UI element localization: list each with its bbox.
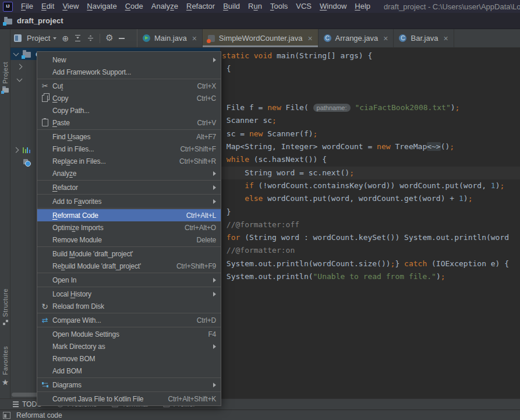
menu-item-paste[interactable]: PasteCtrl+V <box>37 117 221 129</box>
menu-item-refactor[interactable]: Refactor <box>37 181 221 193</box>
close-tab-icon[interactable]: × <box>306 36 312 41</box>
expand-all-icon[interactable] <box>74 34 82 42</box>
menu-item-copy[interactable]: CopyCtrl+C <box>37 92 221 104</box>
menu-item-label: Compare With... <box>52 316 101 324</box>
class-error-icon <box>208 35 215 42</box>
menu-window[interactable]: Window <box>316 0 351 13</box>
menu-item-open-module-settings[interactable]: Open Module SettingsF4 <box>37 328 221 340</box>
menu-item-remove-module[interactable]: Remove ModuleDelete <box>37 234 221 246</box>
menu-item-label: Add to Favorites <box>52 197 101 206</box>
menu-help[interactable]: Help <box>351 0 374 13</box>
tab-label: SimpleWordCounter.java <box>219 34 303 43</box>
menu-separator <box>37 377 221 378</box>
menu-item-optimize-imports[interactable]: Optimize ImportsCtrl+Alt+O <box>37 221 221 234</box>
menu-item-open-in[interactable]: Open In <box>37 274 221 286</box>
menu-item-diagrams[interactable]: Diagrams <box>37 379 221 391</box>
menu-item-remove-bom[interactable]: Remove BOM <box>37 352 221 365</box>
menu-item-rebuild-module-draft-project[interactable]: Rebuild Module 'draft_project'Ctrl+Shift… <box>37 260 221 272</box>
menu-item-build-module-draft-project[interactable]: Build Module 'draft_project' <box>37 248 221 260</box>
menu-item-reformat-code[interactable]: Reformat CodeCtrl+Alt+L <box>37 209 221 221</box>
menu-item-convert-java-file-to-kotlin-file[interactable]: Convert Java File to Kotlin FileCtrl+Alt… <box>37 393 221 405</box>
chevron-right-icon[interactable] <box>17 64 23 70</box>
hide-panel-icon[interactable] <box>119 38 125 39</box>
menu-item-local-history[interactable]: Local History <box>37 288 221 300</box>
menu-item-label: Reformat Code <box>52 211 98 220</box>
code-line: File f = new File( pathname: "ciaFactBoo… <box>222 101 520 114</box>
menu-item-shortcut: Ctrl+C <box>197 94 216 103</box>
menu-separator <box>37 287 221 287</box>
chevron-down-icon[interactable] <box>17 76 23 82</box>
submenu-arrow-icon <box>213 278 216 283</box>
menu-item-find-in-files[interactable]: Find in Files...Ctrl+Shift+F <box>37 143 221 155</box>
menu-item-shortcut: Alt+F7 <box>196 133 216 141</box>
menu-separator <box>37 194 221 195</box>
menu-item-new[interactable]: New <box>37 54 221 66</box>
collapse-all-icon[interactable] <box>87 34 94 42</box>
cut-icon: ✂ <box>42 82 48 90</box>
stripe-button-favorites[interactable]: Favorites★ <box>0 346 10 386</box>
toolbar-divider <box>100 34 100 43</box>
menu-refactor[interactable]: Refactor <box>182 0 219 13</box>
menu-tools[interactable]: Tools <box>266 0 292 13</box>
stripe-button-structure[interactable]: Structure <box>0 288 10 325</box>
project-panel-title[interactable]: Project <box>27 34 50 43</box>
tab-label: Arrange.java <box>335 34 378 43</box>
menu-item-label: Analyze <box>52 170 76 178</box>
menu-navigate[interactable]: Navigate <box>83 0 121 13</box>
menu-analyze[interactable]: Analyze <box>147 0 182 13</box>
menu-item-add-bom[interactable]: Add BOM <box>37 365 221 377</box>
close-tab-icon[interactable]: × <box>442 36 448 41</box>
close-tab-icon[interactable]: × <box>382 36 388 41</box>
stripe-button-project[interactable]: Project <box>0 62 10 93</box>
menu-code[interactable]: Code <box>121 0 147 13</box>
menu-separator <box>37 129 221 130</box>
menu-run[interactable]: Run <box>244 0 266 13</box>
code-line <box>222 89 520 101</box>
menu-item-label: Find in Files... <box>52 145 94 153</box>
toolbar-row: Project ⊕ ⚙ Main.java×SimpleWordCounter.… <box>10 29 520 48</box>
todo-list-icon <box>13 401 19 408</box>
menu-item-cut[interactable]: ✂CutCtrl+X <box>37 80 221 92</box>
code-line: else wordCount.put(word, wordCount.get(w… <box>222 192 520 205</box>
chevron-down-icon[interactable] <box>13 50 19 56</box>
chevron-right-icon[interactable] <box>13 147 19 153</box>
menu-item-label: New <box>52 56 66 64</box>
menu-item-analyze[interactable]: Analyze <box>37 167 221 179</box>
chevron-down-icon[interactable] <box>53 37 56 40</box>
code-line: //@formatter:on <box>222 244 520 257</box>
menu-view[interactable]: View <box>58 0 83 13</box>
tab-main-java[interactable]: Main.java× <box>137 29 203 47</box>
menu-file[interactable]: File <box>17 0 37 13</box>
tool-window-toggle-icon[interactable] <box>3 412 10 419</box>
tab-arrange-java[interactable]: CArrange.java× <box>319 29 394 47</box>
menu-item-label: Remove Module <box>52 236 102 244</box>
menu-separator <box>37 391 221 392</box>
menu-item-reload-from-disk[interactable]: ↻Reload from Disk <box>37 300 221 312</box>
menu-item-label: Remove BOM <box>52 355 95 363</box>
menu-item-copy-path[interactable]: Copy Path... <box>37 104 221 117</box>
menu-item-label: Open Module Settings <box>52 330 119 338</box>
class-icon: C <box>399 34 406 42</box>
reload-icon: ↻ <box>41 302 48 310</box>
menu-item-mark-directory-as[interactable]: Mark Directory as <box>37 340 221 352</box>
menu-item-label: Refactor <box>52 183 78 192</box>
left-tool-stripe: ProjectStructureFavorites★ <box>0 29 10 398</box>
menu-build[interactable]: Build <box>219 0 244 13</box>
code-editor[interactable]: static void main(String[] args) { { File… <box>220 48 520 398</box>
tab-bar-java[interactable]: CBar.java× <box>394 29 454 47</box>
menu-vcs[interactable]: VCS <box>292 0 316 13</box>
menu-item-add-to-favorites[interactable]: Add to Favorites <box>37 195 221 207</box>
tab-simplewordcounter-java[interactable]: SimpleWordCounter.java× <box>203 29 319 47</box>
breadcrumb[interactable]: draft_project <box>17 16 63 25</box>
stripe-label: Favorites <box>2 346 9 375</box>
close-tab-icon[interactable]: × <box>191 36 197 41</box>
menu-item-add-framework-support[interactable]: Add Framework Support... <box>37 66 221 78</box>
gear-icon[interactable]: ⚙ <box>105 34 113 43</box>
menu-edit[interactable]: Edit <box>37 0 58 13</box>
status-message: Reformat code <box>16 411 62 419</box>
menu-item-replace-in-files[interactable]: Replace in Files...Ctrl+Shift+R <box>37 155 221 167</box>
locate-file-icon[interactable]: ⊕ <box>62 34 69 43</box>
submenu-arrow-icon <box>213 344 216 349</box>
menu-item-find-usages[interactable]: Find UsagesAlt+F7 <box>37 130 221 143</box>
menu-item-compare-with[interactable]: ⇄Compare With...Ctrl+D <box>37 314 221 326</box>
